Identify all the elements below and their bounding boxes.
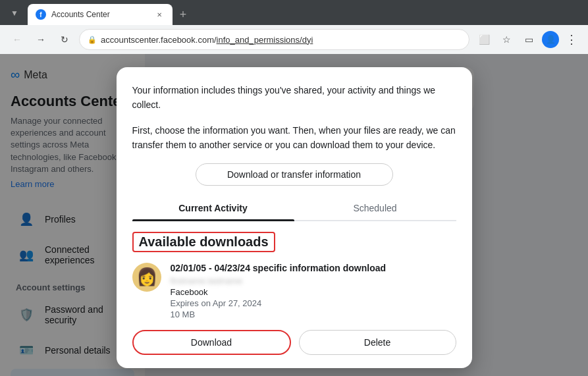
modal-content-area: Available downloads 👩 02/01/05 - 04/23/2… [117, 221, 472, 368]
tab-scheduled[interactable]: Scheduled [294, 196, 456, 220]
toolbar-actions: ⬜ ☆ ▭ 👤 ⋮ [475, 30, 580, 49]
tab-bar: ▼ f Accounts Center ✕ + [0, 0, 588, 25]
browser-tab-active[interactable]: f Accounts Center ✕ [28, 4, 173, 25]
address-path: info_and_permissions/dyi [217, 35, 313, 45]
address-domain: accountscenter.facebook.com/ [101, 35, 217, 45]
download-list-item: 👩 02/01/05 - 04/23/24 specific informati… [132, 263, 456, 319]
browser-toolbar: ← → ↻ 🔒 accountscenter.facebook.com/info… [0, 25, 588, 54]
download-item-info: 02/01/05 - 04/23/24 specific information… [171, 263, 456, 319]
address-bar[interactable]: 🔒 accountscenter.facebook.com/info_and_p… [79, 29, 469, 50]
profile-avatar-btn[interactable]: 👤 [542, 31, 559, 48]
modal-main-btn-row: Download or transfer information [132, 163, 456, 186]
download-item-title: 02/01/05 - 04/23/24 specific information… [171, 263, 456, 273]
modal-tabs: Current Activity Scheduled [132, 196, 456, 221]
browser-menu-btn[interactable]: ⋮ [563, 30, 580, 49]
modal-dialog: Your information includes things you've … [117, 67, 472, 368]
new-tab-btn[interactable]: + [174, 7, 192, 25]
screen-cast-btn[interactable]: ⬜ [475, 30, 493, 49]
lock-icon: 🔒 [88, 36, 97, 44]
download-transfer-btn[interactable]: Download or transfer information [196, 163, 393, 186]
modal-description-line1: Your information includes things you've … [132, 83, 456, 113]
available-downloads-heading: Available downloads [132, 232, 275, 252]
sidebar-toggle-btn[interactable]: ▭ [520, 30, 538, 49]
download-item-platform: Facebook [171, 287, 456, 297]
download-item-actions: Download Delete [132, 330, 456, 355]
modal-overlay: Your information includes things you've … [0, 54, 588, 376]
delete-btn[interactable]: Delete [299, 330, 456, 355]
tab-favicon: f [36, 9, 46, 20]
page-content: ∞ Meta Accounts Center Manage your conne… [0, 54, 588, 376]
back-btn[interactable]: ← [8, 30, 26, 49]
address-text: accountscenter.facebook.com/info_and_per… [101, 35, 461, 45]
tab-current-activity[interactable]: Current Activity [132, 196, 294, 220]
tab-title: Accounts Center [51, 10, 149, 19]
bookmark-btn[interactable]: ☆ [497, 30, 516, 49]
download-item-size: 10 MB [171, 309, 456, 319]
tab-back-forward: ▼ [5, 4, 24, 25]
tab-close-btn[interactable]: ✕ [154, 9, 165, 20]
modal-body: Your information includes things you've … [117, 67, 472, 221]
reload-btn[interactable]: ↻ [55, 30, 74, 49]
browser-window: ▼ f Accounts Center ✕ + ← → ↻ 🔒 accounts… [0, 0, 588, 376]
download-item-username: firstname.lastname [171, 276, 456, 286]
download-item-avatar: 👩 [132, 263, 161, 292]
download-item-expires: Expires on Apr 27, 2024 [171, 298, 456, 308]
modal-description-line2: First, choose the information you want. … [132, 123, 456, 153]
tab-list-btn[interactable]: ▼ [5, 4, 24, 22]
download-btn[interactable]: Download [132, 330, 291, 355]
forward-btn[interactable]: → [32, 30, 50, 49]
